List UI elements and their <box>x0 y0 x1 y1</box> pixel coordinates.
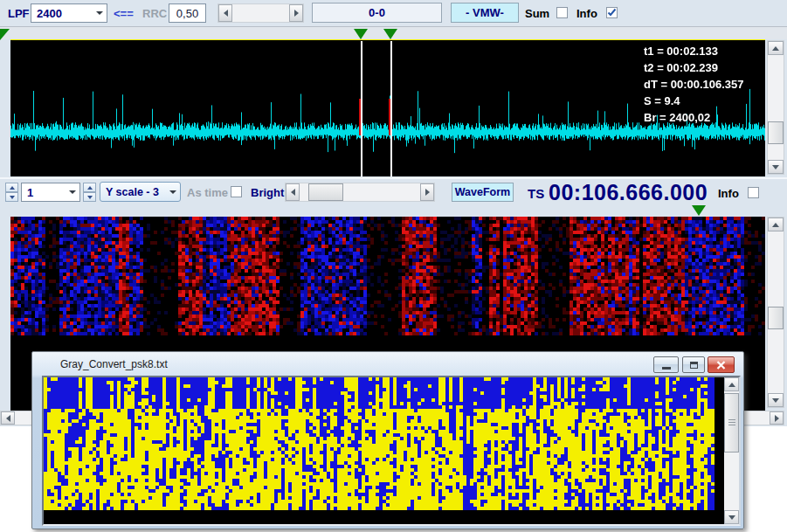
minimize-icon <box>662 367 671 370</box>
waveform-vscrollbar[interactable] <box>767 40 784 175</box>
waveform-panel[interactable]: t1 = 00:02.133 t2 = 00:02.239 dT = 00:00… <box>10 39 765 176</box>
overlay-s: S = 9.4 <box>644 93 744 109</box>
chevron-down-icon[interactable] <box>92 4 107 22</box>
gray-convert-window[interactable]: Gray_Convert_psk8.txt <box>31 351 744 529</box>
yscale-spinner[interactable] <box>83 183 96 202</box>
waveform-vscroll-thumb[interactable] <box>768 121 784 144</box>
info-label-middle: Info <box>718 187 739 200</box>
spin-up-icon[interactable] <box>83 183 96 192</box>
scroll-left-icon[interactable] <box>218 4 232 22</box>
raster-marker-strip <box>0 204 787 217</box>
bitmap-vscroll-thumb[interactable] <box>724 393 739 453</box>
scroll-right-icon[interactable] <box>289 4 303 22</box>
middle-scroll-thumb[interactable] <box>308 183 343 201</box>
view-position-marker[interactable] <box>692 205 706 216</box>
waveform-button[interactable]: WaveForm <box>452 183 514 202</box>
scroll-down-icon[interactable] <box>768 393 784 407</box>
overlay-t2: t2 = 00:02.239 <box>644 59 744 76</box>
spin-down-icon[interactable] <box>83 192 96 202</box>
maximize-icon <box>690 362 698 369</box>
overlay-t1: t1 = 00:02.133 <box>644 43 744 59</box>
cursor-marker-strip <box>0 26 787 39</box>
sum-label: Sum <box>525 7 549 20</box>
yscale-combobox-value: Y scale - 3 <box>100 183 165 201</box>
channel-combobox[interactable]: 1 <box>21 183 80 202</box>
toolbar-top: LPF 2400 <== RRC 0-0 - VMW- Sum Info <box>0 0 787 26</box>
range-display: 0-0 <box>312 3 442 23</box>
chevron-down-icon[interactable] <box>65 183 79 201</box>
scroll-up-icon[interactable] <box>768 218 784 231</box>
info-checkbox-middle[interactable] <box>748 187 759 198</box>
scroll-up-icon[interactable] <box>768 41 784 55</box>
raster-vscrollbar[interactable] <box>767 217 784 408</box>
cursor-line-t1[interactable] <box>361 41 362 176</box>
window-title: Gray_Convert_psk8.txt <box>60 358 168 370</box>
vmw-button-label: - VMW- <box>466 6 504 19</box>
bright-label: Bright <box>251 186 284 199</box>
lpf-label: LPF <box>8 7 30 20</box>
scroll-left-icon[interactable] <box>1 411 15 425</box>
channel-spinner[interactable] <box>5 183 18 202</box>
close-button[interactable] <box>708 356 735 373</box>
symbol-raster-display[interactable] <box>10 217 765 335</box>
measurement-overlay: t1 = 00:02.133 t2 = 00:02.239 dT = 00:00… <box>644 43 744 126</box>
check-icon <box>607 8 617 17</box>
channel-combobox-value: 1 <box>22 183 65 201</box>
bit-raster-display[interactable] <box>44 377 724 524</box>
scroll-left-icon[interactable] <box>286 183 300 201</box>
minimize-button[interactable] <box>653 356 679 373</box>
spin-down-icon[interactable] <box>5 192 18 202</box>
range-display-value: 0-0 <box>369 6 385 19</box>
as-time-checkbox[interactable] <box>231 186 242 197</box>
scroll-down-icon[interactable] <box>724 510 739 524</box>
info-checkbox-top[interactable] <box>606 7 618 18</box>
rrc-input[interactable] <box>169 3 206 23</box>
maximize-button[interactable] <box>682 356 705 373</box>
ts-value-display: 00:106.666.000 <box>549 180 708 205</box>
scroll-up-icon[interactable] <box>724 377 739 391</box>
raster-vscroll-thumb[interactable] <box>768 307 784 329</box>
spin-up-icon[interactable] <box>5 183 18 192</box>
bitmap-vscrollbar[interactable] <box>724 377 739 524</box>
yscale-combobox[interactable]: Y scale - 3 <box>100 182 181 202</box>
lpf-combobox-value: 2400 <box>31 4 92 22</box>
scroll-right-icon[interactable] <box>770 411 784 425</box>
scroll-right-icon[interactable] <box>420 183 434 201</box>
waveform-button-label: WaveForm <box>455 186 510 198</box>
cursor-line-t2[interactable] <box>390 41 392 176</box>
overlay-br: Br = 2400,02 <box>644 109 744 126</box>
cursor-marker-t1[interactable] <box>354 29 368 39</box>
scroll-down-icon[interactable] <box>768 160 784 174</box>
toolbar-middle: 1 Y scale - 3 As time Bright WaveForm <box>0 177 787 204</box>
signal-analyzer-app: LPF 2400 <== RRC 0-0 - VMW- Sum Info <box>0 0 787 532</box>
close-icon <box>716 361 726 370</box>
ts-label: TS <box>528 186 544 201</box>
middle-scrollbar[interactable] <box>285 183 435 202</box>
overlay-dt: dT = 00:00.106.357 <box>644 76 744 93</box>
as-time-label: As time <box>187 186 228 199</box>
cursor-marker-t2[interactable] <box>383 29 397 39</box>
lpf-combobox[interactable]: 2400 <box>31 3 107 23</box>
sum-checkbox[interactable] <box>556 7 568 18</box>
info-label-top: Info <box>576 7 597 20</box>
chevron-down-icon[interactable] <box>165 183 180 201</box>
left-edge-marker[interactable] <box>0 29 10 40</box>
assign-arrow-label: <== <box>114 7 134 20</box>
bitmap-client-area[interactable] <box>42 376 741 526</box>
rrc-label: RRC <box>142 7 167 20</box>
top-scrollbar[interactable] <box>217 3 304 23</box>
vmw-button[interactable]: - VMW- <box>451 3 519 23</box>
